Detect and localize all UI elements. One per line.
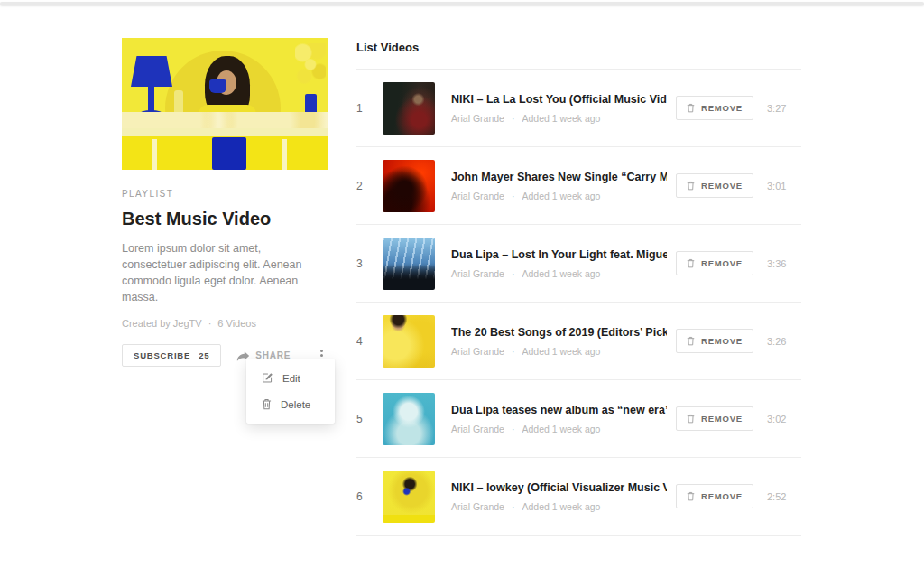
edit-icon xyxy=(262,372,273,384)
trash-icon xyxy=(687,414,695,424)
video-index: 5 xyxy=(356,413,383,425)
menu-item-label: Edit xyxy=(282,373,300,384)
video-added: Added 1 week ago xyxy=(522,191,600,201)
cover-table-shape xyxy=(122,128,328,136)
trash-icon xyxy=(687,491,695,501)
video-info: Dua Lipa teases new album as “new era” b… xyxy=(451,404,676,434)
video-info: John Mayer Shares New Single “Carry Me A… xyxy=(451,171,676,201)
trash-icon xyxy=(687,181,695,191)
video-row: 2 John Mayer Shares New Single “Carry Me… xyxy=(356,147,801,225)
video-added: Added 1 week ago xyxy=(522,268,600,279)
video-author: Arial Grande xyxy=(451,424,504,434)
trash-icon xyxy=(687,103,695,113)
video-added: Added 1 week ago xyxy=(522,113,600,124)
menu-item-delete[interactable]: Delete xyxy=(246,391,335,417)
remove-button[interactable]: REMOVE xyxy=(676,173,753,198)
menu-item-label: Delete xyxy=(281,399,310,410)
video-row: 6 NIKI – lowkey (Official Visualizer Mus… xyxy=(356,458,801,536)
remove-button[interactable]: REMOVE xyxy=(676,406,753,431)
video-meta: Arial Grande·Added 1 week ago xyxy=(451,113,667,124)
dot-separator: · xyxy=(512,191,515,201)
video-index: 4 xyxy=(356,335,383,348)
playlist-panel: PLAYLIST Best Music Video Lorem ipsum do… xyxy=(122,38,328,367)
video-row: 5 Dua Lipa teases new album as “new era”… xyxy=(356,380,801,458)
dot-separator: · xyxy=(512,268,515,279)
video-author: Arial Grande xyxy=(451,268,504,279)
playlist-label: PLAYLIST xyxy=(122,189,328,199)
video-thumbnail[interactable] xyxy=(383,393,435,445)
dot-separator: · xyxy=(512,346,515,357)
remove-label: REMOVE xyxy=(701,414,743,424)
video-info: NIKI – lowkey (Official Visualizer Music… xyxy=(451,481,676,512)
subscribe-count: 25 xyxy=(199,350,209,360)
video-title[interactable]: John Mayer Shares New Single “Carry Me A… xyxy=(451,171,667,183)
top-divider xyxy=(0,2,924,5)
subscribe-label: SUBSCRIBE xyxy=(134,350,190,360)
video-title[interactable]: Dua Lipa teases new album as “new era” b… xyxy=(451,404,667,416)
kebab-menu-icon xyxy=(320,350,323,352)
video-title[interactable]: Dua Lipa – Lost In Your Light feat. Migu… xyxy=(451,248,667,261)
video-title[interactable]: NIKI – lowkey (Official Visualizer Music… xyxy=(451,481,667,494)
video-index: 3 xyxy=(356,257,383,270)
video-count-text: 6 Videos xyxy=(217,318,256,329)
video-index: 6 xyxy=(356,490,383,503)
video-author: Arial Grande xyxy=(451,191,504,201)
trash-icon xyxy=(262,398,272,410)
remove-label: REMOVE xyxy=(701,258,743,268)
dot-separator: · xyxy=(512,424,515,434)
video-index: 2 xyxy=(356,180,383,192)
video-duration: 3:01 xyxy=(767,181,801,191)
video-index: 1 xyxy=(356,102,383,115)
video-author: Arial Grande xyxy=(451,346,504,357)
video-thumbnail[interactable] xyxy=(383,238,435,290)
cover-table-shape xyxy=(282,139,287,170)
video-added: Added 1 week ago xyxy=(522,424,600,434)
playlist-title: Best Music Video xyxy=(122,209,328,229)
remove-button[interactable]: REMOVE xyxy=(676,251,753,275)
subscribe-button[interactable]: SUBSCRIBE 25 xyxy=(122,344,221,367)
video-added: Added 1 week ago xyxy=(522,346,600,357)
video-meta: Arial Grande·Added 1 week ago xyxy=(451,268,667,279)
video-thumbnail[interactable] xyxy=(383,315,435,368)
dot-separator: · xyxy=(512,501,515,512)
dot-separator: · xyxy=(208,318,212,329)
video-duration: 3:27 xyxy=(767,103,801,114)
remove-button[interactable]: REMOVE xyxy=(676,484,753,508)
video-title[interactable]: The 20 Best Songs of 2019 (Editors’ Pick… xyxy=(451,326,667,339)
video-meta: Arial Grande·Added 1 week ago xyxy=(451,346,667,357)
video-title[interactable]: NIKI – La La Lost You (Official Music Vi… xyxy=(451,93,667,106)
video-row: 3 Dua Lipa – Lost In Your Light feat. Mi… xyxy=(356,225,801,303)
video-info: NIKI – La La Lost You (Official Music Vi… xyxy=(451,93,676,124)
trash-icon xyxy=(687,336,695,346)
video-row: 4 The 20 Best Songs of 2019 (Editors’ Pi… xyxy=(356,303,801,380)
remove-label: REMOVE xyxy=(701,336,743,346)
video-list: 1 NIKI – La La Lost You (Official Music … xyxy=(356,69,801,536)
remove-label: REMOVE xyxy=(701,103,743,113)
video-thumbnail[interactable] xyxy=(383,471,435,523)
video-thumbnail[interactable] xyxy=(383,82,435,135)
remove-button[interactable]: REMOVE xyxy=(676,329,753,353)
playlist-actions: SUBSCRIBE 25 SHARE Edit xyxy=(122,344,328,367)
remove-button[interactable]: REMOVE xyxy=(676,96,753,120)
cover-flowers-shape xyxy=(295,43,326,90)
kebab-menu-icon xyxy=(320,354,323,357)
video-author: Arial Grande xyxy=(451,501,504,512)
video-duration: 2:52 xyxy=(767,491,801,502)
cover-lemons-shape xyxy=(122,112,328,130)
playlist-meta: Created by JegTV·6 Videos xyxy=(122,318,328,329)
cover-person-shape xyxy=(212,137,246,170)
playlist-description: Lorem ipsum dolor sit amet, consectetuer… xyxy=(122,240,328,305)
video-row: 1 NIKI – La La Lost You (Official Music … xyxy=(356,70,801,147)
playlist-options-menu: Edit Delete xyxy=(246,359,335,424)
video-added: Added 1 week ago xyxy=(522,501,600,512)
menu-item-edit[interactable]: Edit xyxy=(246,365,335,391)
cover-lamp-shape xyxy=(131,56,172,87)
cover-table-shape xyxy=(152,139,157,170)
video-duration: 3:02 xyxy=(767,414,801,424)
cover-lamp-shape xyxy=(148,87,154,112)
playlist-cover-image[interactable] xyxy=(122,38,328,170)
remove-label: REMOVE xyxy=(701,181,743,191)
video-list-panel: List Videos 1 NIKI – La La Lost You (Off… xyxy=(356,36,801,536)
video-thumbnail[interactable] xyxy=(383,160,435,212)
cover-cup-shape xyxy=(209,79,226,93)
